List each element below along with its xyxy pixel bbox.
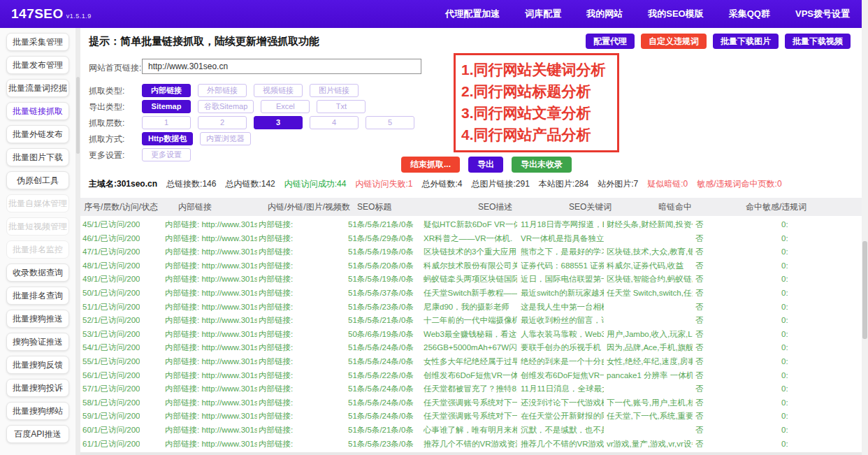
cell-internal-link-2: 内部链接: (259, 232, 293, 246)
menu-item[interactable]: 词库配置 (525, 0, 561, 28)
sidebar-item-normal[interactable]: 批量外链发布 (6, 125, 69, 143)
table-row[interactable]: 58/1/已访问/200内部链接: http://www.301seo.cn/l… (80, 396, 862, 410)
cell-counts: 51条/5条/24条/0条 (348, 355, 414, 369)
table-row[interactable]: 61/1/已访问/200内部链接: http://www.301seo.cn/l… (80, 438, 862, 452)
cell-dark-link: 否 (695, 382, 704, 396)
cell-counts: 51条/5条/21条/0条 (348, 218, 414, 232)
homepage-url-input[interactable] (142, 59, 421, 74)
option-button[interactable]: 内置浏览器 (200, 132, 251, 145)
vertical-scrollbar-thumb[interactable] (862, 241, 867, 339)
option-button[interactable]: 图片链接 (310, 84, 359, 97)
option-button[interactable]: Http数据包 (142, 132, 193, 145)
sidebar-item-normal[interactable]: 批量图片下载 (6, 148, 69, 166)
cell-internal-link-2: 内部链接: (259, 424, 293, 438)
cell-counts: 50条/6条/19条/0条 (348, 328, 414, 342)
option-button[interactable]: 更多设置 (142, 148, 191, 161)
table-row[interactable]: 49/1/已访问/200内部链接: http://www.301seo.cn/l… (80, 273, 862, 287)
option-button[interactable]: Excel (261, 100, 310, 113)
header-cell: SEO标题 (357, 198, 391, 216)
cell-dark-link: 否 (695, 410, 704, 424)
sidebar-item-normal[interactable]: 百度API推送 (6, 425, 69, 443)
sidebar-item-normal[interactable]: 伪原创工具 (6, 171, 69, 189)
sidebar-item-normal[interactable]: 批量搜狗投诉 (6, 379, 69, 397)
sidebar-scrollbar[interactable] (75, 28, 80, 455)
table-row[interactable]: 52/1/已访问/200内部链接: http://www.301seo.cn/l… (80, 314, 862, 328)
cell-seo-desc: 11月18日青亭网报道，Brad... (521, 218, 604, 232)
option-button[interactable]: 外部链接 (198, 84, 247, 97)
action-button[interactable]: 导出未收录 (512, 157, 572, 173)
table-row[interactable]: 50/1/已访问/200内部链接: http://www.301seo.cn/l… (80, 287, 862, 301)
cell-seo-title: XR科普之——VR一体机. (424, 232, 517, 246)
cell-seq: 53/1/已访问/200 (82, 328, 140, 342)
horizontal-scrollbar[interactable] (80, 452, 862, 455)
menu-item[interactable]: VPS拨号设置 (795, 0, 850, 28)
table-row[interactable]: 57/1/已访问/200内部链接: http://www.301seo.cn/l… (80, 382, 862, 396)
cell-dark-link: 否 (695, 341, 704, 355)
table-row[interactable]: 59/1/已访问/200内部链接: http://www.301seo.cn/l… (80, 410, 862, 424)
sidebar-item-normal[interactable]: 搜狗验证推送 (6, 333, 69, 351)
sidebar-item-normal[interactable]: 批量采集管理 (6, 33, 69, 51)
option-button[interactable]: 4 (310, 116, 359, 129)
cell-hit-count: 0: (781, 273, 788, 287)
form-row-options: 12345 (142, 116, 414, 129)
cell-seo-desc: 还没到讨论下一代游戏机的... (521, 396, 604, 410)
option-button[interactable]: 内部链接 (142, 84, 191, 97)
action-button[interactable]: 结束抓取... (401, 157, 460, 173)
table-header: 序号/层数/访问/状态内部链接内链/外链/图片/视频数SEO标题SEO描述SEO… (80, 198, 862, 216)
quick-button[interactable]: 配置代理 (586, 34, 635, 49)
cell-internal-link: 内部链接: http://www.301seo.cn/l (165, 314, 257, 328)
sidebar-item-normal[interactable]: 批量排名查询 (6, 287, 69, 305)
quick-button[interactable]: 自定义违规词 (641, 34, 707, 49)
vertical-scrollbar[interactable] (862, 0, 868, 455)
option-button[interactable]: 视频链接 (254, 84, 303, 97)
option-button[interactable]: Sitemap (142, 100, 191, 113)
cell-seo-title: 256GB+5000mAh+67W闪充... (424, 341, 517, 355)
sidebar-item-normal[interactable]: 批量搜狗反馈 (6, 356, 69, 374)
option-button[interactable]: 2 (198, 116, 247, 129)
menu-item[interactable]: 采集QQ群 (729, 0, 770, 28)
topbar-menu: 代理配置加速词库配置我的网站我的SEO模版采集QQ群VPS拨号设置 (445, 0, 850, 28)
cell-seq: 52/1/已访问/200 (82, 314, 140, 328)
sidebar-item-normal[interactable]: 批量发布管理 (6, 56, 69, 74)
sidebar-item-active[interactable]: 批量链接抓取 (6, 102, 69, 120)
action-button[interactable]: 导出 (468, 157, 503, 173)
table-row[interactable]: 60/1/已访问/200内部链接: http://www.301seo.cn/l… (80, 424, 862, 438)
option-button[interactable]: 3 (254, 116, 303, 129)
menu-item[interactable]: 我的网站 (586, 0, 623, 28)
option-button[interactable]: 谷歌Sitemap (198, 100, 254, 113)
quick-button[interactable]: 批量下载图片 (713, 34, 779, 49)
table-row[interactable]: 48/1/已访问/200内部链接: http://www.301seo.cn/l… (80, 259, 862, 273)
sidebar-item-normal[interactable]: 批量搜狗绑站 (6, 402, 69, 420)
stat-item: 总图片链接:291 (471, 178, 529, 190)
sidebar-item-normal[interactable]: 批量流量词挖掘 (6, 79, 69, 97)
cell-dark-link: 否 (695, 232, 704, 246)
stat-item: 敏感/违规词命中页数:0 (697, 178, 781, 190)
table-row[interactable]: 46/1/已访问/200内部链接: http://www.301seo.cn/l… (80, 232, 862, 246)
table-row[interactable]: 51/1/已访问/200内部链接: http://www.301seo.cn/l… (80, 301, 862, 315)
table-row[interactable]: 54/1/已访问/200内部链接: http://www.301seo.cn/l… (80, 341, 862, 355)
table-row[interactable]: 56/1/已访问/200内部链接: http://www.301seo.cn/l… (80, 369, 862, 383)
cell-internal-link-2: 内部链接: (259, 245, 293, 259)
sidebar-item-normal[interactable]: 收录数据查询 (6, 263, 69, 282)
table-row[interactable]: 47/1/已访问/200内部链接: http://www.301seo.cn/l… (80, 245, 862, 259)
menu-item[interactable]: 我的SEO模版 (648, 0, 703, 28)
cell-hit-count: 0: (781, 355, 788, 369)
cell-internal-link-2: 内部链接: (259, 396, 293, 410)
menu-item[interactable]: 代理配置加速 (445, 0, 500, 28)
sidebar-scrollbar-thumb[interactable] (76, 77, 80, 154)
cell-seq: 48/1/已访问/200 (82, 259, 140, 273)
option-button[interactable]: 5 (366, 116, 414, 129)
option-button[interactable]: 1 (142, 116, 191, 129)
table-row[interactable]: 53/1/已访问/200内部链接: http://www.301seo.cn/l… (80, 328, 862, 342)
header-cell: 序号/层数/访问/状态 (84, 198, 158, 216)
option-button[interactable]: Txt (317, 100, 366, 113)
table-row[interactable]: 45/1/已访问/200内部链接: http://www.301seo.cn/l… (80, 218, 862, 232)
cell-seo-desc: 要联手创办的乐视手机，以... (521, 341, 604, 355)
form-row-label: 更多设置: (89, 150, 124, 161)
promo-line: 4.同行网站产品分析 (461, 124, 612, 145)
quick-button[interactable]: 批量下载视频 (785, 34, 851, 49)
table-row[interactable]: 55/1/已访问/200内部链接: http://www.301seo.cn/l… (80, 355, 862, 369)
cell-internal-link-2: 内部链接: (259, 382, 293, 396)
sidebar-item-normal[interactable]: 批量搜狗推送 (6, 310, 69, 328)
cell-dark-link: 否 (695, 396, 704, 410)
